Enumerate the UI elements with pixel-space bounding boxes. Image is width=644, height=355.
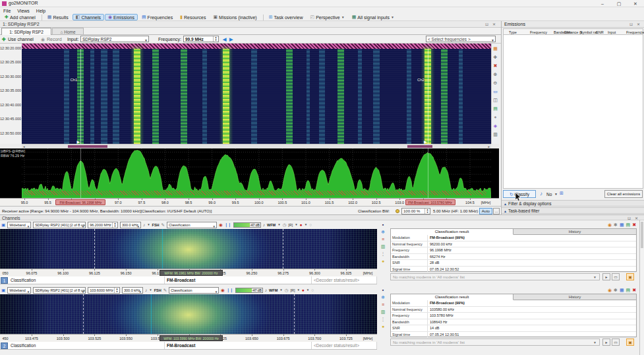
modem-select[interactable]: No matching modems in 'All modems' list <box>390 339 600 346</box>
more-icon[interactable]: ⋮ <box>381 317 386 322</box>
channel-bandwidth-select[interactable]: 300.0 kHz▼ <box>120 222 141 228</box>
column-header-frequencies[interactable]: Frequencies <box>626 30 644 34</box>
channel-input-select[interactable]: SDRplay RSP2 [401] [2 of 8 used]▼ <box>33 287 86 294</box>
snapshot-icon[interactable]: ◉ <box>608 287 612 293</box>
tab-history[interactable]: History <box>513 294 636 300</box>
emissions-table-body[interactable] <box>503 35 643 189</box>
use-channel-button[interactable]: Use channel <box>8 37 34 42</box>
close-panel-icon[interactable]: ✕ <box>635 216 638 220</box>
chevron-down-icon[interactable]: ▼ <box>278 223 280 226</box>
toolbar-button-all-signal-inputs[interactable]: ▦All signal inputs▼ <box>349 14 397 20</box>
task-select[interactable]: Classification▼ <box>169 287 219 294</box>
zoom-out-icon[interactable]: ⊖ <box>494 79 498 87</box>
squelch-button[interactable]: [R] <box>288 223 293 227</box>
spectrum-display[interactable]: [dBFS-@RBW] RBW 76.29 Hz <box>0 148 499 198</box>
levels-icon[interactable]: ▥ <box>381 309 386 315</box>
tab-classification-result[interactable]: Classification result <box>391 229 513 235</box>
snapshot-icon[interactable]: ◉ <box>608 222 612 228</box>
channel-input-select[interactable]: SDRplay RSP2 [401] [2 of 8 used]▼ <box>33 222 86 228</box>
timer-icon[interactable]: ◷ <box>285 288 289 293</box>
add-marker-icon[interactable]: ✚ <box>494 53 498 61</box>
minimize-button[interactable]: – <box>595 0 610 7</box>
levels-icon[interactable]: ▥ <box>381 244 386 249</box>
close-panel-icon[interactable]: ✕ <box>492 22 496 26</box>
stop-icon[interactable]: ◉ <box>219 222 223 228</box>
maximize-button[interactable]: ▢ <box>611 0 627 7</box>
speaker-icon[interactable]: ♪ <box>265 288 267 292</box>
timer-icon[interactable]: ◷ <box>283 222 287 228</box>
zoom-in-icon[interactable]: ⊕ <box>494 70 498 79</box>
more-options-button[interactable]: ... <box>493 208 500 214</box>
stop-icon[interactable]: ◉ <box>221 288 225 293</box>
demod-value[interactable]: WFM <box>267 223 276 227</box>
toolbar-button-channels[interactable]: ◧Channels <box>73 14 104 20</box>
modem-view-button[interactable]: ▭ <box>612 339 620 346</box>
close-panel-icon[interactable]: ✕ <box>637 22 640 26</box>
lock-icon[interactable]: ● <box>382 259 384 264</box>
modem-panel-button[interactable]: ▣ <box>626 339 634 346</box>
snapshot-icon[interactable]: ◈ <box>494 121 497 130</box>
toolbar-button-task-overview[interactable]: ⊞Task overview <box>266 14 307 20</box>
audio-icon[interactable]: ♪ <box>143 222 145 227</box>
fsh-button[interactable]: FSH <box>152 223 160 227</box>
float-panel-icon[interactable]: ⊡ <box>485 22 488 26</box>
mode-select[interactable]: Wideband▼ <box>7 287 31 294</box>
task-based-filter-section[interactable]: ▴Task-based filter <box>502 207 644 214</box>
close-button[interactable]: ✕ <box>628 0 643 7</box>
modem-panel-button[interactable]: ▣ <box>626 273 634 280</box>
more-icon[interactable]: ⋮ <box>381 251 386 257</box>
chevron-down-icon[interactable]: ▼ <box>279 288 282 292</box>
chevron-down-icon[interactable]: ▼ <box>305 223 307 226</box>
select-region-icon[interactable]: ▭ <box>493 87 498 96</box>
audio-icon[interactable]: ♪ <box>540 191 542 197</box>
step-up-button[interactable]: ▶ <box>229 37 233 42</box>
step-down-button[interactable]: ◀ <box>223 37 226 42</box>
tab-sdrplay-rsp2[interactable]: 1: SDRplay RSP2 <box>1 28 51 35</box>
chevron-down-icon[interactable]: ▼ <box>593 340 597 344</box>
chevron-down-icon[interactable]: ▼ <box>307 288 309 292</box>
split-view-icon[interactable]: ◫ <box>493 96 498 104</box>
toolbar-button-results[interactable]: ▦Results <box>44 14 72 20</box>
display-icon[interactable]: ▪ <box>382 288 384 293</box>
chevron-down-icon[interactable]: ▼ <box>297 288 299 292</box>
column-header-type[interactable]: Type <box>509 30 517 34</box>
chevron-down-icon[interactable]: ▼ <box>554 192 558 196</box>
channel-1-spectrogram[interactable] <box>0 229 377 269</box>
channel-2-spectrogram[interactable] <box>0 294 377 334</box>
modem-view-button[interactable]: ▭ <box>612 273 620 280</box>
center-icon[interactable]: ⌖ <box>494 113 497 121</box>
toolbar-button-missions-inactive[interactable]: ▣Missions (inactive) <box>210 14 260 20</box>
column-header-frequency[interactable]: Frequency <box>530 30 547 34</box>
edit-icon[interactable]: ✎ <box>163 288 167 293</box>
chevron-down-icon[interactable]: ▼ <box>593 275 597 279</box>
speaker-icon[interactable]: ♪ <box>263 222 265 227</box>
modem-select[interactable]: No matching modems in 'All modems' list <box>390 273 600 280</box>
pause-icon[interactable]: ❘❘ <box>225 222 231 227</box>
pause-icon[interactable]: ❘❘ <box>227 288 233 292</box>
record-icon[interactable]: ● <box>300 222 303 227</box>
freeze-icon[interactable]: ❄ <box>381 295 385 300</box>
export-icon[interactable]: ▤ <box>626 222 631 228</box>
table-icon[interactable]: ▦ <box>620 222 624 228</box>
float-panel-icon[interactable]: ⊡ <box>629 22 633 26</box>
settings-icon[interactable]: ✱ <box>614 222 618 228</box>
auto-button[interactable]: Auto <box>479 208 492 214</box>
record-button[interactable]: Record <box>47 37 62 42</box>
close-channel-icon[interactable]: ✖ <box>632 287 636 293</box>
channel-2-result-row[interactable]: 2 Classification FM-Broadcast <Decoder s… <box>0 342 377 350</box>
mode-select[interactable]: Wideband▼ <box>7 222 31 228</box>
fsh-button[interactable]: FSH <box>154 288 161 292</box>
chevron-down-icon[interactable]: ▼ <box>295 223 297 226</box>
table-icon[interactable]: ▦ <box>620 287 624 293</box>
menu-views[interactable]: Views <box>14 9 33 13</box>
settings-icon[interactable]: ▥ <box>493 130 498 139</box>
menu-file[interactable]: File <box>0 9 14 13</box>
audio-icon[interactable]: ♪ <box>145 288 147 292</box>
chevron-down-icon[interactable]: ▼ <box>147 223 150 226</box>
export-icon[interactable]: ▤ <box>626 287 631 293</box>
waterfall-display[interactable]: Ch1▶Ch2▶ <box>22 44 491 144</box>
toolbar-button-resources[interactable]: ▮Resources <box>177 14 209 20</box>
channel-frequency-spinner[interactable]: 103.6000 MHz▲▼ <box>88 287 120 294</box>
tab-history[interactable]: History <box>513 229 636 235</box>
classification-percent-spinner[interactable]: 100.00 % ▲▼ <box>401 208 430 214</box>
